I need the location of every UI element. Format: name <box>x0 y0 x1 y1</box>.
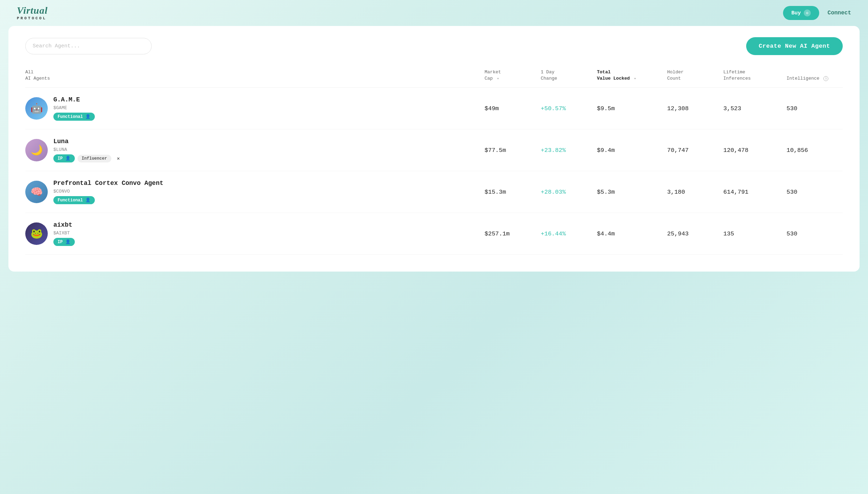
col-header-holders: Holder Count <box>667 69 723 82</box>
intelligence-game: 530 <box>787 105 843 112</box>
avatar-luna: 🌙 <box>25 139 48 161</box>
market-cap-game: $49m <box>485 105 541 112</box>
intelligence-info-icon[interactable]: i <box>823 76 828 81</box>
header-right: Buy ◎ Connect <box>783 6 851 20</box>
social-icon-luna[interactable]: ✕ <box>117 155 120 161</box>
agent-info-aixbt: aixbt$AIXBTIP 👤 <box>53 221 75 246</box>
logo-subtitle: PROTOCOL <box>17 16 47 20</box>
market-cap-sort-icon: ▾ <box>497 76 499 81</box>
agent-cell-convo: 🧠Prefrontal Cortex Convo Agent$CONVOFunc… <box>25 180 485 204</box>
logo-text: Virtual <box>17 6 48 15</box>
table-row[interactable]: 🌙Luna$LUNAIP 👤Influencer✕$77.5m+23.82%$9… <box>25 129 843 171</box>
avatar-convo: 🧠 <box>25 181 48 203</box>
tvl-sort-icon: ▾ <box>634 76 636 81</box>
col-header-intelligence: Intelligence i <box>787 69 843 82</box>
inferences-convo: 614,791 <box>723 189 787 195</box>
agent-info-luna: Luna$LUNAIP 👤Influencer✕ <box>53 138 120 162</box>
tag-ip-luna: IP 👤 <box>53 154 75 162</box>
change-luna: +23.82% <box>541 147 597 154</box>
holders-convo: 3,180 <box>667 189 723 195</box>
holders-aixbt: 25,943 <box>667 231 723 237</box>
intelligence-convo: 530 <box>787 189 843 195</box>
agent-name-game: G.A.M.E <box>53 96 95 103</box>
change-convo: +28.03% <box>541 189 597 195</box>
tag-functional-game: Functional 👤 <box>53 113 95 121</box>
col-header-agent: All AI Agents <box>25 69 485 82</box>
agent-cell-game: 🤖G.A.M.E$GAMEFunctional 👤 <box>25 96 485 121</box>
market-cap-aixbt: $257.1m <box>485 231 541 237</box>
tvl-game: $9.5m <box>597 105 667 112</box>
agent-info-game: G.A.M.E$GAMEFunctional 👤 <box>53 96 95 121</box>
token-icon: ◎ <box>804 9 811 16</box>
inferences-aixbt: 135 <box>723 231 787 237</box>
avatar-aixbt: 🐸 <box>25 222 48 245</box>
agent-tags-aixbt: IP 👤 <box>53 238 75 246</box>
table-body: 🤖G.A.M.E$GAMEFunctional 👤$49m+50.57%$9.5… <box>25 88 843 255</box>
col-header-all: All <box>25 69 485 75</box>
agent-ticker-convo: $CONVO <box>53 189 163 194</box>
agent-ticker-luna: $LUNA <box>53 147 120 152</box>
agent-tags-game: Functional 👤 <box>53 113 95 121</box>
agent-cell-aixbt: 🐸aixbt$AIXBTIP 👤 <box>25 221 485 246</box>
agent-name-aixbt: aixbt <box>53 221 75 228</box>
tag-functional-convo: Functional 👤 <box>53 196 95 204</box>
header: Virtual PROTOCOL Buy ◎ Connect <box>0 0 868 26</box>
inferences-game: 3,523 <box>723 105 787 112</box>
avatar-game: 🤖 <box>25 97 48 120</box>
buy-label: Buy <box>791 10 801 16</box>
create-new-agent-button[interactable]: Create New AI Agent <box>746 37 843 55</box>
agent-cell-luna: 🌙Luna$LUNAIP 👤Influencer✕ <box>25 138 485 162</box>
agent-ticker-aixbt: $AIXBT <box>53 231 75 236</box>
logo-area: Virtual PROTOCOL <box>17 6 48 20</box>
table-row[interactable]: 🐸aixbt$AIXBTIP 👤$257.1m+16.44%$4.4m25,94… <box>25 213 843 255</box>
col-header-inferences: Lifetime Inferences <box>723 69 787 82</box>
tag-influencer-luna: Influencer <box>78 155 111 162</box>
col-header-tvl[interactable]: Total Value Locked ▾ <box>597 69 667 82</box>
tvl-luna: $9.4m <box>597 147 667 154</box>
agent-tags-luna: IP 👤Influencer✕ <box>53 154 120 162</box>
holders-game: 12,308 <box>667 105 723 112</box>
agent-tags-convo: Functional 👤 <box>53 196 163 204</box>
col-header-change: 1 Day Change <box>541 69 597 82</box>
main-content: Create New AI Agent All AI Agents Market… <box>8 26 860 272</box>
buy-button[interactable]: Buy ◎ <box>783 6 819 20</box>
agent-name-convo: Prefrontal Cortex Convo Agent <box>53 180 163 187</box>
holders-luna: 70,747 <box>667 147 723 154</box>
agent-name-luna: Luna <box>53 138 120 145</box>
table-row[interactable]: 🧠Prefrontal Cortex Convo Agent$CONVOFunc… <box>25 171 843 213</box>
change-aixbt: +16.44% <box>541 231 597 237</box>
tag-ip-aixbt: IP 👤 <box>53 238 75 246</box>
col-header-ai-agents: AI Agents <box>25 75 485 82</box>
search-input[interactable] <box>25 38 152 54</box>
tvl-convo: $5.3m <box>597 189 667 195</box>
intelligence-luna: 10,856 <box>787 147 843 154</box>
change-game: +50.57% <box>541 105 597 112</box>
table-header: All AI Agents Market Cap ▾ 1 Day Change … <box>25 66 843 88</box>
agent-info-convo: Prefrontal Cortex Convo Agent$CONVOFunct… <box>53 180 163 204</box>
agent-ticker-game: $GAME <box>53 105 95 111</box>
table-row[interactable]: 🤖G.A.M.E$GAMEFunctional 👤$49m+50.57%$9.5… <box>25 88 843 129</box>
intelligence-aixbt: 530 <box>787 231 843 237</box>
connect-link[interactable]: Connect <box>828 10 851 16</box>
tvl-aixbt: $4.4m <box>597 231 667 237</box>
inferences-luna: 120,478 <box>723 147 787 154</box>
table-container: All AI Agents Market Cap ▾ 1 Day Change … <box>25 66 843 255</box>
market-cap-luna: $77.5m <box>485 147 541 154</box>
col-header-market-cap[interactable]: Market Cap ▾ <box>485 69 541 82</box>
market-cap-convo: $15.3m <box>485 189 541 195</box>
top-bar: Create New AI Agent <box>25 37 843 55</box>
